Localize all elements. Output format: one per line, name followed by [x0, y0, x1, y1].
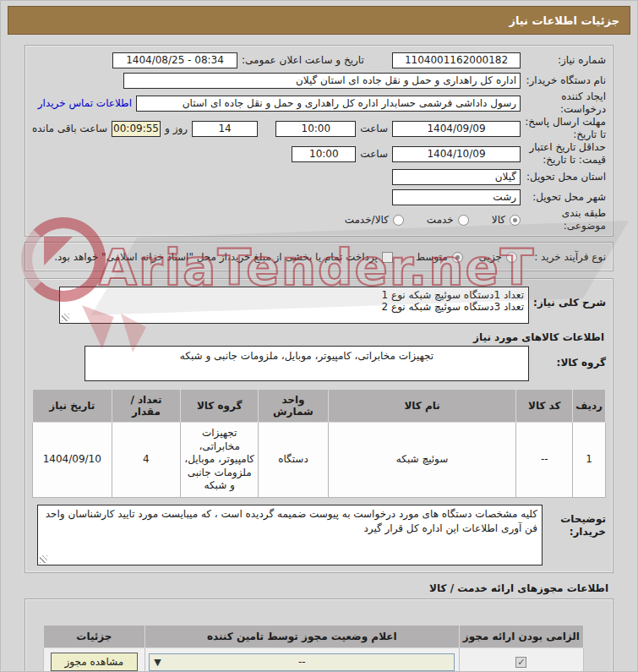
resize-grip-icon[interactable]	[62, 314, 69, 321]
need-number-field[interactable]: 1104001162000182	[392, 52, 521, 68]
need-description-row: شرح کلی نیاز: تعداد 1دستگاه سوئیچ شبکه ن…	[32, 287, 606, 324]
price-validity-hour-label: ساعت	[360, 148, 388, 161]
goods-cell-qty: 4	[112, 423, 181, 498]
license-col-details: جزئیات	[44, 625, 145, 647]
treasury-payment-checkbox[interactable]	[382, 252, 393, 263]
goods-col-row: ردیف	[573, 390, 606, 423]
price-validity-date-field[interactable]: 1404/10/09	[392, 146, 521, 162]
radio-goods-service-label: کالا/خدمت	[345, 214, 389, 226]
delivery-city-label: شهر محل تحویل:	[525, 191, 606, 204]
view-license-button[interactable]: مشاهده مجوز	[51, 653, 139, 671]
buyer-notes-text: کلیه مشخصات دستگاه های مورد درخواست به پ…	[42, 507, 537, 537]
announce-datetime-field[interactable]: 1404/08/25 - 08:34	[112, 52, 237, 68]
license-required-checkbox	[515, 657, 526, 668]
goods-col-qty: تعداد / مقدار	[112, 390, 181, 423]
goods-table-row: 1 -- سوئیچ شبکه دستگاه تجهیزات مخابراتی،…	[33, 423, 606, 498]
classification-row: طبقه بندی موضوعی: کالا خدمت کالا/خدمت	[32, 207, 606, 232]
goods-col-group: گروه کالا	[181, 390, 259, 423]
remaining-hours-label: ساعت باقی مانده	[32, 123, 107, 135]
buyer-org-field[interactable]: اداره کل راهداری و حمل و نقل جاده ای است…	[123, 73, 521, 89]
request-creator-label: ایجاد کننده درخواست:	[525, 90, 606, 116]
reply-deadline-label: مهلت ارسال پاسخ: تا تاریخ:	[525, 116, 606, 141]
price-validity-label: حداقل تاریخ اعتبار قیمت: تا تاریخ:	[525, 141, 606, 167]
goods-group-row: گروه کالا: تجهیزات مخابراتی، کامپیوتر، م…	[32, 346, 606, 381]
chevron-down-icon: ▼	[154, 657, 161, 668]
radio-minor[interactable]	[506, 252, 517, 263]
license-status-value: --	[298, 656, 306, 668]
price-validity-row: حداقل تاریخ اعتبار قیمت: تا تاریخ: 1404/…	[32, 141, 606, 167]
radio-minor-label: جزیی	[479, 251, 502, 263]
license-table-header-row: الزامی بودن ارائه مجوز اعلام وضعیت مجوز …	[44, 625, 584, 647]
license-section-header: اطلاعات مجوزهای ارائه خدمت / کالا	[30, 582, 608, 594]
license-col-required: الزامی بودن ارائه مجوز	[459, 625, 583, 647]
delivery-province-field[interactable]: گیلان	[392, 169, 521, 185]
buyer-org-row: نام دستگاه خریدار: اداره کل راهداری و حم…	[32, 70, 606, 90]
radio-goods-label: کالا	[492, 214, 505, 226]
goods-col-code: کد کالا	[516, 390, 573, 423]
reply-deadline-time-field[interactable]: 10:00	[275, 121, 356, 137]
need-description-textarea[interactable]: تعداد 1دستگاه سوئیچ شبکه نوع 1 تعداد 3دس…	[59, 287, 529, 324]
request-creator-field[interactable]: رسول داداشی فرشمی حسابدار اداره کل راهدا…	[136, 96, 521, 112]
goods-cell-row: 1	[573, 423, 606, 498]
resize-grip-icon[interactable]	[40, 555, 47, 563]
goods-group-textarea[interactable]: تجهیزات مخابراتی، کامپیوتر، موبایل، ملزو…	[85, 346, 529, 381]
goods-group-label: گروه کالا:	[533, 346, 606, 369]
process-type-label: نوع فرآیند خرید :	[521, 251, 606, 264]
treasury-payment-label: پرداخت تمام یا بخشی از مبلغ خرید،از محل …	[54, 251, 378, 263]
radio-goods-service[interactable]	[393, 215, 404, 226]
announce-datetime-label: تاریخ و ساعت اعلان عمومی:	[242, 54, 364, 67]
goods-table: ردیف کد کالا نام کالا واحد شمارش گروه کا…	[32, 389, 606, 498]
page-title: جزئیات اطلاعات نیاز	[8, 6, 630, 35]
delivery-city-row: شهر محل تحویل: رشت	[32, 187, 606, 207]
goods-info-groupbox: شرح کلی نیاز: تعداد 1دستگاه سوئیچ شبکه ن…	[25, 278, 613, 573]
delivery-city-field[interactable]: رشت	[392, 189, 521, 205]
reply-deadline-date-field[interactable]: 1404/09/09	[392, 121, 521, 137]
goods-col-name: نام کالا	[328, 390, 516, 423]
license-required-cell	[459, 647, 583, 672]
goods-cell-name: سوئیچ شبکه	[328, 423, 516, 498]
remaining-days-label: روز و	[165, 123, 188, 135]
license-status-cell: -- ▼	[145, 647, 459, 672]
price-validity-time-field[interactable]: 10:00	[292, 146, 356, 162]
process-type-row: نوع فرآیند خرید : جزیی متوسط پرداخت تمام…	[32, 247, 606, 267]
radio-service-label: خدمت	[427, 214, 454, 226]
delivery-province-row: استان محل تحویل: گیلان	[32, 167, 606, 187]
goods-cell-date: 1404/09/10	[33, 423, 112, 498]
need-description-line: تعداد 1دستگاه سوئیچ شبکه نوع 1	[64, 289, 524, 301]
license-groupbox: الزامی بودن ارائه مجوز اعلام وضعیت مجوز …	[25, 598, 613, 672]
radio-goods[interactable]	[510, 215, 521, 226]
buyer-notes-textarea[interactable]: کلیه مشخصات دستگاه های مورد درخواست به پ…	[37, 505, 543, 565]
license-status-dropdown[interactable]: -- ▼	[149, 653, 455, 671]
reply-deadline-row: مهلت ارسال پاسخ: تا تاریخ: 1404/09/09 سا…	[32, 116, 606, 141]
buyer-org-label: نام دستگاه خریدار:	[525, 74, 606, 87]
goods-cell-code: --	[516, 423, 573, 498]
license-col-status: اعلام وضعیت مجوز توسط تامین کننده	[145, 625, 459, 647]
buyer-notes-row: توضیحات خریدار: کلیه مشخصات دستگاه های م…	[32, 505, 606, 565]
radio-service[interactable]	[458, 215, 469, 226]
need-number-label: شماره نیاز:	[525, 54, 606, 67]
need-details-page: { "title_bar": { "text": "جزئیات اطلاعات…	[0, 0, 638, 672]
radio-medium-label: متوسط	[416, 251, 448, 263]
buyer-notes-label: توضیحات خریدار:	[547, 505, 606, 538]
delivery-province-label: استان محل تحویل:	[525, 171, 606, 183]
need-description-label: شرح کلی نیاز:	[533, 287, 606, 309]
need-info-groupbox: شماره نیاز: 1104001162000182 تاریخ و ساع…	[25, 45, 613, 237]
goods-cell-group: تجهیزات مخابراتی، کامپیوتر، موبایل، ملزو…	[181, 423, 259, 498]
need-number-row: شماره نیاز: 1104001162000182 تاریخ و ساع…	[32, 50, 606, 70]
buyer-contact-link[interactable]: اطلاعات تماس خریدار	[38, 97, 132, 109]
need-description-line: تعداد 3دستگاه سوئیچ شبکه نوع 2	[64, 301, 524, 313]
process-type-groupbox: نوع فرآیند خرید : جزیی متوسط پرداخت تمام…	[25, 242, 613, 271]
license-table-row: -- ▼ مشاهده مجوز	[44, 647, 584, 672]
remaining-days-field[interactable]: 14	[192, 121, 258, 137]
goods-cell-unit: دستگاه	[259, 423, 329, 498]
goods-section-header: اطلاعات کالاهای مورد نیاز	[34, 331, 604, 343]
license-details-cell: مشاهده مجوز	[44, 647, 145, 672]
goods-col-unit: واحد شمارش	[259, 390, 329, 423]
reply-deadline-hour-label: ساعت	[360, 123, 388, 135]
request-creator-row: ایجاد کننده درخواست: رسول داداشی فرشمی ح…	[32, 90, 606, 116]
license-table: الزامی بودن ارائه مجوز اعلام وضعیت مجوز …	[43, 625, 584, 672]
radio-medium[interactable]	[452, 252, 463, 263]
classification-label: طبقه بندی موضوعی:	[525, 207, 606, 232]
remaining-hours-field: 00:09:55	[112, 121, 161, 137]
goods-table-header-row: ردیف کد کالا نام کالا واحد شمارش گروه کا…	[33, 390, 606, 423]
